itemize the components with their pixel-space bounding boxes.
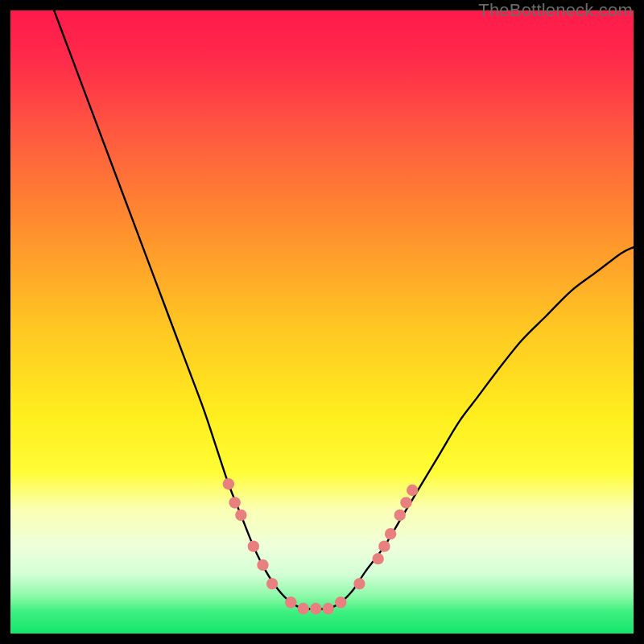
- plot-area: [10, 10, 634, 634]
- watermark-text: TheBottleneck.com: [478, 0, 633, 21]
- chart-stage: TheBottleneck.com: [0, 0, 644, 644]
- background-gradient: [10, 10, 634, 634]
- svg-rect-0: [10, 10, 634, 634]
